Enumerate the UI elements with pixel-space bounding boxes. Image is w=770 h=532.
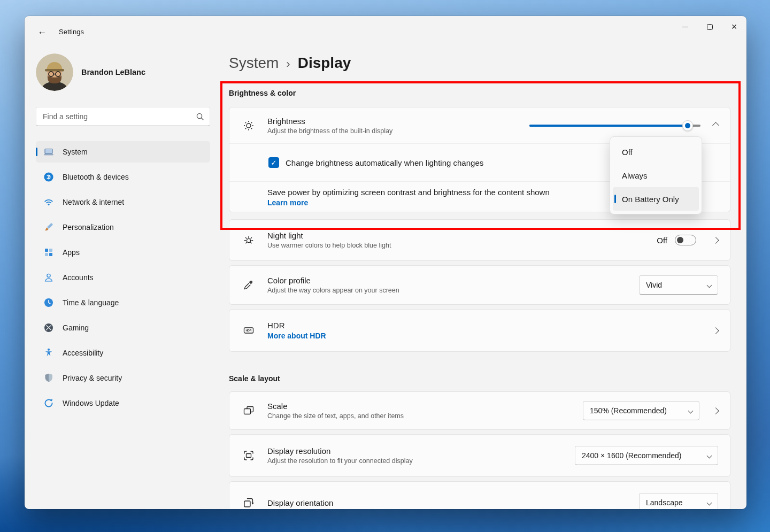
chevron-up-icon[interactable] (712, 122, 719, 129)
chevron-right-icon[interactable] (712, 407, 719, 414)
sidebar-item-label: Time & language (63, 298, 119, 307)
window-controls: × (673, 16, 746, 37)
breadcrumb: System › Display (229, 55, 351, 72)
color-profile-subtitle: Adjust the way colors appear on your scr… (267, 287, 399, 294)
brightness-slider[interactable] (529, 120, 700, 131)
checkmark-icon: ✓ (271, 159, 277, 167)
brightness-title: Brightness (267, 117, 392, 126)
page-title: Display (298, 55, 351, 72)
night-light-icon (243, 234, 255, 246)
display-orientation-dropdown[interactable]: Landscape (639, 493, 718, 509)
search-box[interactable] (36, 107, 210, 126)
search-input[interactable] (36, 112, 196, 121)
color-profile-card: Color profile Adjust the way colors appe… (229, 265, 730, 305)
minimize-icon (682, 27, 688, 27)
sidebar-item-windows-update[interactable]: Windows Update (36, 392, 210, 414)
paintbrush-icon (43, 222, 54, 233)
sidebar-nav: System Bluetooth & devices Network & int… (36, 141, 210, 418)
close-button[interactable]: × (722, 16, 746, 37)
user-profile[interactable]: Brandon LeBlanc (36, 53, 145, 91)
sidebar-item-label: Privacy & security (63, 374, 122, 382)
sidebar-item-label: Apps (63, 248, 80, 257)
search-icon (196, 112, 204, 121)
night-light-card[interactable]: Night light Use warmer colors to help bl… (229, 219, 730, 261)
display-resolution-value: 2400 × 1600 (Recommended) (582, 451, 681, 460)
sidebar-item-accounts[interactable]: Accounts (36, 267, 210, 288)
scale-dropdown[interactable]: 150% (Recommended) (583, 401, 699, 420)
sidebar-item-network-internet[interactable]: Network & internet (36, 191, 210, 213)
brightness-subtitle: Adjust the brightness of the built-in di… (267, 127, 392, 135)
person-icon (43, 272, 54, 283)
sidebar-item-label: System (63, 148, 88, 156)
wifi-icon (43, 197, 54, 207)
update-arrows-icon (43, 398, 54, 408)
sidebar-item-label: Accessibility (63, 349, 103, 357)
avatar (36, 53, 73, 91)
window-title: Settings (59, 28, 84, 36)
more-about-hdr-link[interactable]: More about HDR (267, 331, 326, 340)
flyout-option-always[interactable]: Always (613, 164, 699, 187)
shield-icon (43, 373, 54, 383)
night-light-state-label: Off (657, 236, 667, 245)
chevron-down-icon (688, 408, 694, 413)
night-light-subtitle: Use warmer colors to help block blue lig… (267, 242, 391, 249)
scale-icon (243, 405, 255, 417)
sidebar-item-apps[interactable]: Apps (36, 242, 210, 263)
clock-icon (43, 297, 54, 308)
learn-more-link[interactable]: Learn more (267, 198, 308, 207)
auto-brightness-checkbox[interactable]: ✓ (268, 157, 279, 168)
user-name: Brandon LeBlanc (81, 68, 145, 76)
sidebar-item-label: Bluetooth & devices (63, 173, 129, 181)
close-icon: × (732, 22, 737, 32)
scale-title: Scale (267, 402, 404, 411)
accessibility-icon (43, 348, 54, 358)
bluetooth-icon (43, 172, 54, 182)
display-resolution-card: Display resolution Adjust the resolution… (229, 434, 730, 477)
sidebar-item-accessibility[interactable]: Accessibility (36, 342, 210, 364)
sidebar-item-bluetooth-devices[interactable]: Bluetooth & devices (36, 166, 210, 188)
night-light-title: Night light (267, 231, 391, 240)
breadcrumb-separator-icon: › (286, 57, 290, 71)
maximize-icon (707, 24, 713, 30)
auto-brightness-label: Change brightness automatically when lig… (286, 158, 483, 167)
sidebar-item-label: Gaming (63, 323, 89, 332)
sidebar-item-label: Accounts (63, 273, 94, 282)
minimize-button[interactable] (673, 16, 697, 37)
flyout-option-label: Off (622, 148, 633, 157)
back-arrow-icon: ← (38, 26, 47, 37)
brightness-sun-icon (243, 120, 255, 132)
back-button[interactable]: ← (33, 24, 51, 40)
system-icon (43, 147, 54, 157)
sidebar-item-privacy-security[interactable]: Privacy & security (36, 367, 210, 389)
scale-value: 150% (Recommended) (590, 406, 667, 415)
display-orientation-card: Display orientation Landscape (229, 481, 730, 509)
display-resolution-dropdown[interactable]: 2400 × 1600 (Recommended) (575, 446, 718, 465)
hdr-card[interactable]: HDR HDR More about HDR (229, 309, 730, 352)
color-profile-dropdown[interactable]: Vivid (639, 275, 718, 295)
flyout-option-on-battery-only[interactable]: On Battery Only (613, 187, 699, 211)
flyout-option-off[interactable]: Off (613, 140, 699, 164)
sidebar-item-label: Windows Update (63, 399, 119, 407)
chevron-right-icon[interactable] (712, 237, 719, 244)
toggle-knob (677, 237, 683, 243)
display-orientation-value: Landscape (646, 498, 683, 507)
sidebar-item-label: Network & internet (63, 198, 124, 206)
color-profile-title: Color profile (267, 276, 399, 285)
sidebar-item-system[interactable]: System (36, 141, 210, 163)
night-light-toggle[interactable] (675, 235, 696, 245)
content-brightness-text: Save power by optimizing screen contrast… (267, 188, 550, 197)
scale-card[interactable]: Scale Change the size of text, apps, and… (229, 391, 730, 430)
sidebar-item-personalization[interactable]: Personalization (36, 217, 210, 238)
brightness-slider-thumb[interactable] (682, 120, 693, 131)
orientation-icon (243, 497, 255, 508)
display-resolution-subtitle: Adjust the resolution to fit your connec… (267, 457, 413, 465)
breadcrumb-system[interactable]: System (229, 55, 279, 72)
sidebar-item-time-language[interactable]: Time & language (36, 292, 210, 313)
resolution-icon (243, 450, 255, 461)
chevron-right-icon[interactable] (712, 327, 719, 334)
chevron-down-icon (707, 282, 712, 288)
maximize-button[interactable] (697, 16, 722, 37)
sidebar-item-gaming[interactable]: Gaming (36, 317, 210, 338)
section-header-scale-layout: Scale & layout (229, 374, 280, 383)
display-orientation-title: Display orientation (267, 498, 333, 507)
